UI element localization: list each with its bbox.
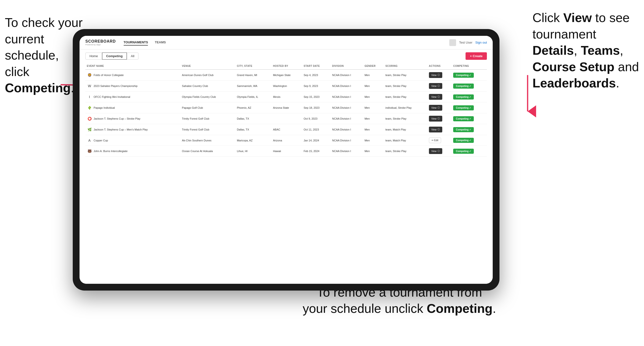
cell-hosted: Illinois: [272, 92, 302, 102]
cell-actions: View ⓘ: [428, 81, 452, 92]
cell-event-name: 🦁Folds of Honor Collegiate: [85, 69, 180, 81]
col-competing: COMPETING: [452, 63, 487, 69]
cell-event-name: W2023 Sahalee Players Championship: [85, 81, 180, 92]
cell-start: Sep 9, 2023: [302, 81, 331, 92]
competing-button[interactable]: Competing ✓: [453, 94, 474, 100]
ann-tr-bold2: Details: [532, 43, 574, 57]
competing-button[interactable]: Competing ✓: [453, 149, 474, 154]
tab-competing[interactable]: Competing: [102, 52, 127, 60]
col-gender: GENDER: [363, 63, 384, 69]
cell-hosted: Hawaii: [272, 146, 302, 157]
cell-competing: Competing ✓: [452, 113, 487, 124]
nav-signout[interactable]: Sign out: [475, 41, 487, 44]
cell-competing: Competing ✓: [452, 124, 487, 135]
create-button[interactable]: + Create: [466, 52, 487, 60]
cell-city: Maricopa, AZ: [236, 135, 272, 146]
cell-division: NCAA Division I: [331, 69, 363, 81]
competing-button[interactable]: Competing ✓: [453, 138, 474, 143]
cell-city: Grand Haven, MI: [236, 69, 272, 81]
annotation-line3: click: [5, 65, 29, 79]
nav-tournaments[interactable]: TOURNAMENTS: [124, 39, 148, 45]
info-icon: ⓘ: [438, 95, 440, 99]
table-row: IOFCC Fighting Illini InvitationalOlympi…: [85, 92, 487, 102]
team-logo: I: [87, 94, 92, 100]
nav-teams[interactable]: TEAMS: [155, 39, 166, 45]
navbar: SCOREBOARD Powered by clippi TOURNAMENTS…: [80, 36, 493, 49]
cell-city: Lihue, HI: [236, 146, 272, 157]
cell-division: NCAA Division I: [331, 124, 363, 135]
cell-division: NCAA Division I: [331, 102, 363, 113]
competing-button[interactable]: Competing ✓: [453, 84, 474, 89]
ann-tr-1: Click: [532, 11, 563, 25]
cell-venue: American Dunes Golf Club: [180, 69, 236, 81]
ann-tr-2: to see: [592, 11, 630, 25]
col-city: CITY, STATE: [236, 63, 272, 69]
competing-button[interactable]: Competing ✓: [453, 116, 474, 121]
cell-venue: Sahalee Country Club: [180, 81, 236, 92]
cell-actions: View ⓘ: [428, 146, 452, 157]
col-event-name: EVENT NAME: [85, 63, 180, 69]
cell-start: Sep 4, 2023: [302, 69, 331, 81]
cell-event-name: ACopper Cup: [85, 135, 180, 146]
table-row: ACopper CupAk-Chin Southern DunesMaricop…: [85, 135, 487, 146]
view-button[interactable]: View ⓘ: [429, 72, 442, 78]
col-actions: ACTIONS: [428, 63, 452, 69]
event-name-text: Jackson T. Stephens Cup – Men's Match Pl…: [94, 128, 148, 131]
view-button[interactable]: View ⓘ: [429, 105, 442, 111]
competing-button[interactable]: Competing ✓: [453, 127, 474, 132]
cell-start: Jan 14, 2024: [302, 135, 331, 146]
nav-right: Test User Sign out: [449, 39, 487, 46]
team-logo: ⭕: [87, 116, 92, 121]
filter-bar: Home Competing All + Create: [80, 49, 493, 60]
cell-city: Olympia Fields, IL: [236, 92, 272, 102]
tab-all[interactable]: All: [127, 52, 138, 60]
view-button[interactable]: View ⓘ: [429, 94, 442, 100]
cell-event-name: 🐻John A. Burns Intercollegiate: [85, 146, 180, 157]
competing-button[interactable]: Competing ✓: [453, 73, 474, 78]
tab-home[interactable]: Home: [85, 52, 102, 60]
info-icon: ⓘ: [438, 106, 440, 109]
view-button[interactable]: View ⓘ: [429, 83, 442, 89]
competing-button[interactable]: Competing ✓: [453, 105, 474, 110]
cell-actions: View ⓘ: [428, 113, 452, 124]
col-division: DIVISION: [331, 63, 363, 69]
cell-division: NCAA Division I: [331, 113, 363, 124]
cell-competing: Competing ✓: [452, 146, 487, 157]
cell-scoring: team, Match Play: [384, 124, 428, 135]
cell-gender: Men: [363, 113, 384, 124]
event-name-text: Jackson T. Stephens Cup – Stroke Play: [94, 117, 140, 120]
event-name-text: Papago Individual: [94, 106, 115, 109]
edit-button[interactable]: ✏ Edit: [429, 138, 441, 143]
cell-division: NCAA Division I: [331, 135, 363, 146]
table-header-row: EVENT NAME VENUE CITY, STATE HOSTED BY S…: [85, 63, 487, 69]
cell-venue: Trinity Forest Golf Club: [180, 113, 236, 124]
cell-venue: Trinity Forest Golf Club: [180, 124, 236, 135]
cell-scoring: team, Match Play: [384, 135, 428, 146]
cell-hosted: [272, 113, 302, 124]
cell-gender: Men: [363, 69, 384, 81]
ann-tr-bold1: View: [563, 11, 592, 25]
view-button[interactable]: View ⓘ: [429, 148, 442, 154]
info-icon: ⓘ: [438, 73, 440, 77]
team-logo: 🦁: [87, 72, 92, 78]
nav-user: Test User: [459, 41, 472, 44]
filter-tabs: Home Competing All: [85, 52, 138, 60]
brand: SCOREBOARD Powered by clippi: [85, 39, 116, 46]
view-button[interactable]: View ⓘ: [429, 127, 442, 133]
ann-tr-5: ,: [620, 43, 623, 57]
cell-event-name: IOFCC Fighting Illini Invitational: [85, 92, 180, 102]
ann-tr-bold5: Leaderboards: [532, 76, 616, 90]
brand-subtitle: Powered by clippi: [85, 44, 116, 46]
cell-division: NCAA Division I: [331, 146, 363, 157]
cell-venue: Ocean Course At Hokuala: [180, 146, 236, 157]
event-name-text: Copper Cup: [94, 139, 108, 142]
cell-event-name: 🌵Papago Individual: [85, 102, 180, 113]
team-logo: A: [87, 138, 92, 143]
cell-scoring: team, Stroke Play: [384, 113, 428, 124]
table-row: 🦁Folds of Honor CollegiateAmerican Dunes…: [85, 69, 487, 81]
team-logo: 🐻: [87, 149, 92, 154]
team-logo: 🌿: [87, 127, 92, 132]
view-button[interactable]: View ⓘ: [429, 116, 442, 122]
brand-title: SCOREBOARD: [85, 39, 116, 44]
team-logo: 🌵: [87, 105, 92, 110]
